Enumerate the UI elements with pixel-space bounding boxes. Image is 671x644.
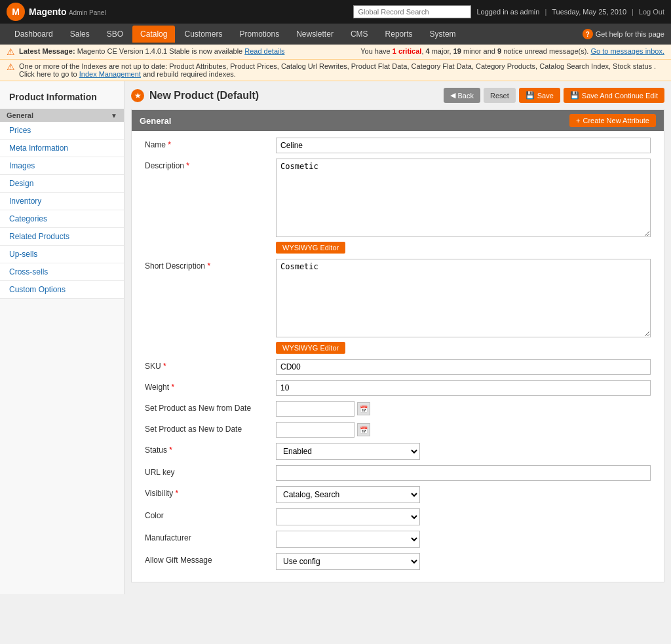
field-description: Description * Cosmetic WYSIWYG Editor <box>145 159 651 254</box>
select-manufacturer[interactable] <box>276 531 420 548</box>
logged-in-text: Logged in as admin <box>476 8 539 16</box>
field-url-key-wrap <box>276 465 651 481</box>
field-new-to-date: Set Product as New to Date 📅 <box>145 422 651 438</box>
sidebar-item-design[interactable]: Design <box>0 175 124 193</box>
field-new-from-wrap: 📅 <box>276 401 651 417</box>
field-status-wrap: Enabled Disabled <box>276 443 651 460</box>
sidebar-item-related[interactable]: Related Products <box>0 228 124 246</box>
select-status[interactable]: Enabled Disabled <box>276 443 420 460</box>
panel-title: General <box>140 116 171 126</box>
input-weight[interactable] <box>276 380 651 396</box>
nav-cms[interactable]: CMS <box>343 26 376 43</box>
label-sku: SKU * <box>145 359 276 371</box>
sidebar-item-custom-options[interactable]: Custom Options <box>0 281 124 299</box>
input-sku[interactable] <box>276 359 651 375</box>
logout-link[interactable]: Log Out <box>639 8 664 16</box>
sidebar-item-crosssells[interactable]: Cross-sells <box>0 263 124 281</box>
magento-logo-icon: M <box>7 3 25 21</box>
label-weight: Weight * <box>145 380 276 392</box>
textarea-short-description[interactable]: Cosmetic <box>276 259 651 337</box>
wysiwyg-button-description[interactable]: WYSIWYG Editor <box>276 242 345 254</box>
label-new-to-date: Set Product as New to Date <box>145 422 276 434</box>
date-from-wrap: 📅 <box>276 401 651 417</box>
form-content: Name * Description * Cosmetic WYSIWYG Ed… <box>132 131 664 582</box>
field-weight-wrap <box>276 380 651 396</box>
label-url-key: URL key <box>145 465 276 477</box>
input-date-from[interactable] <box>276 401 355 417</box>
sidebar-item-categories[interactable]: Categories <box>0 210 124 228</box>
label-visibility: Visibility * <box>145 486 276 498</box>
logo-subtitle: Admin Panel <box>69 9 106 16</box>
page-icon: ★ <box>131 89 144 102</box>
action-buttons: ◀ Back Reset 💾 Save 💾 Save And Continue … <box>444 88 665 103</box>
field-sku-wrap <box>276 359 651 375</box>
alert-icon-2: ⚠ <box>7 62 15 71</box>
create-attribute-button[interactable]: + Create New Attribute <box>569 114 656 127</box>
navigation: Dashboard Sales SBO Catalog Customers Pr… <box>0 24 671 45</box>
separator: | <box>545 8 546 16</box>
sidebar: Product Information General ▼ Prices Met… <box>0 81 125 594</box>
input-date-to[interactable] <box>276 422 355 438</box>
page-title-area: ★ New Product (Default) <box>131 89 259 102</box>
field-color: Color <box>145 508 651 525</box>
field-manufacturer-wrap <box>276 531 651 548</box>
label-name: Name * <box>145 138 276 149</box>
global-search-input[interactable] <box>353 5 471 18</box>
sidebar-item-images[interactable]: Images <box>0 157 124 175</box>
sidebar-item-prices[interactable]: Prices <box>0 122 124 140</box>
field-gift-message-wrap: Use config Yes No <box>276 553 651 570</box>
reset-button[interactable]: Reset <box>484 88 516 103</box>
collapse-icon: ▼ <box>111 112 117 119</box>
field-visibility-wrap: Catalog, Search Catalog Search Not Visib… <box>276 486 651 503</box>
select-gift-message[interactable]: Use config Yes No <box>276 553 420 570</box>
header-date: Tuesday, May 25, 2010 <box>552 8 626 16</box>
nav-customers[interactable]: Customers <box>176 26 230 43</box>
date-to-wrap: 📅 <box>276 422 651 438</box>
field-name: Name * <box>145 138 651 153</box>
nav-help[interactable]: ? Get help for this page <box>583 29 664 39</box>
calendar-icon-to[interactable]: 📅 <box>357 423 370 436</box>
field-url-key: URL key <box>145 465 651 481</box>
label-color: Color <box>145 508 276 520</box>
sidebar-section-label: General <box>7 111 33 119</box>
read-details-link[interactable]: Read details <box>244 47 284 55</box>
select-visibility[interactable]: Catalog, Search Catalog Search Not Visib… <box>276 486 420 503</box>
sidebar-item-meta[interactable]: Meta Information <box>0 140 124 157</box>
back-button[interactable]: ◀ Back <box>444 88 480 103</box>
input-url-key[interactable] <box>276 465 651 481</box>
field-visibility: Visibility * Catalog, Search Catalog Sea… <box>145 486 651 503</box>
nav-sbo[interactable]: SBO <box>99 26 131 43</box>
calendar-icon-from[interactable]: 📅 <box>357 402 370 415</box>
field-weight: Weight * <box>145 380 651 396</box>
main-content: ★ New Product (Default) ◀ Back Reset 💾 S… <box>125 81 671 594</box>
save-continue-button[interactable]: 💾 Save And Continue Edit <box>564 88 664 103</box>
field-short-description: Short Description * Cosmetic WYSIWYG Edi… <box>145 259 651 354</box>
nav-system[interactable]: System <box>422 26 464 43</box>
sidebar-title: Product Information <box>0 88 124 109</box>
textarea-description[interactable]: Cosmetic <box>276 159 651 237</box>
input-name[interactable] <box>276 138 651 153</box>
page-header: ★ New Product (Default) ◀ Back Reset 💾 S… <box>131 88 664 103</box>
index-management-link[interactable]: Index Management <box>79 70 141 78</box>
logo-text-wrap: Magento Admin Panel <box>29 7 106 17</box>
label-short-description: Short Description * <box>145 259 276 271</box>
field-short-description-wrap: Cosmetic WYSIWYG Editor <box>276 259 651 354</box>
nav-promotions[interactable]: Promotions <box>231 26 287 43</box>
wysiwyg-button-short[interactable]: WYSIWYG Editor <box>276 342 345 354</box>
select-color[interactable] <box>276 508 420 525</box>
field-new-from-date: Set Product as New from Date 📅 <box>145 401 651 417</box>
nav-dashboard[interactable]: Dashboard <box>7 26 61 43</box>
nav-sales[interactable]: Sales <box>62 26 98 43</box>
nav-catalog[interactable]: Catalog <box>132 26 175 43</box>
alert-prefix: Latest Message: <box>19 47 75 55</box>
sidebar-section-general[interactable]: General ▼ <box>0 109 124 122</box>
field-gift-message: Allow Gift Message Use config Yes No <box>145 553 651 570</box>
save-button[interactable]: 💾 Save <box>519 88 560 103</box>
sidebar-item-upsells[interactable]: Up-sells <box>0 246 124 263</box>
alert-index: ⚠ One or more of the Indexes are not up … <box>0 60 671 81</box>
label-status: Status * <box>145 443 276 455</box>
nav-newsletter[interactable]: Newsletter <box>288 26 341 43</box>
sidebar-item-inventory[interactable]: Inventory <box>0 193 124 210</box>
messages-inbox-link[interactable]: Go to messages inbox. <box>590 47 664 55</box>
nav-reports[interactable]: Reports <box>377 26 421 43</box>
